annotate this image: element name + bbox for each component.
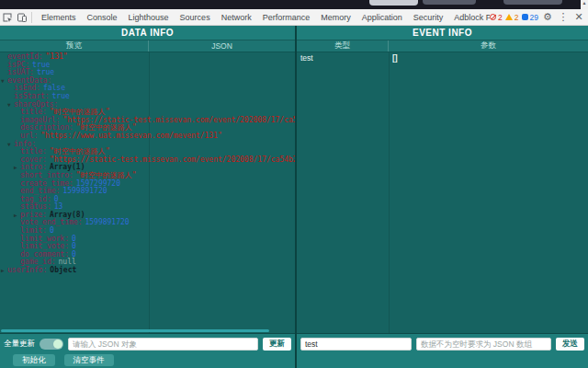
tree-key: userInfo xyxy=(7,266,50,274)
update-button[interactable]: 更新 xyxy=(263,338,291,351)
tree-row[interactable]: url"https://www.uat.missevan.com/mevent/… xyxy=(0,132,295,141)
data-info-panel: DATA INFO 预览 JSON eventId"131"isPCtrueis… xyxy=(0,26,297,368)
warning-badge[interactable]: 2 xyxy=(505,13,519,22)
tab-elements[interactable]: Elements xyxy=(36,9,82,26)
tab-label: Security xyxy=(413,13,444,22)
send-button[interactable]: 发送 xyxy=(556,338,584,351)
tree-row[interactable]: ▶userInfoObject xyxy=(0,267,295,275)
devtools-toolbar: ElementsConsoleLighthouseSourcesNetworkP… xyxy=(0,9,588,26)
toolbar-divider xyxy=(31,12,32,23)
devtools-window: ▲ ElementsConsoleLighthouseSourcesNetwor… xyxy=(0,0,588,368)
expand-arrow-icon[interactable]: ▶ xyxy=(14,212,20,220)
toolbar-right: 2 2 29 ⚙ ⋮ ✕ xyxy=(490,11,588,23)
column-json: JSON xyxy=(149,40,295,52)
collapse-arrow-icon[interactable]: ▼ xyxy=(1,77,7,86)
tree-value: true xyxy=(52,92,70,100)
expand-arrow-icon[interactable]: ▶ xyxy=(1,267,7,275)
event-list: test[] xyxy=(297,52,588,333)
tab-adblock-plus[interactable]: Adblock Plus xyxy=(448,9,490,26)
tab-label: Elements xyxy=(41,13,76,22)
toggle-knob xyxy=(53,339,62,349)
expand-arrow-icon[interactable]: ▶ xyxy=(14,164,20,172)
json-object-input[interactable] xyxy=(68,338,258,351)
tree-value: "https://www.uat.missevan.com/mevent/131… xyxy=(40,132,221,140)
error-icon xyxy=(490,14,496,20)
issues-badge[interactable]: 29 xyxy=(522,13,538,22)
column-params: 参数 xyxy=(389,40,588,52)
issues-icon xyxy=(522,14,528,20)
tree-value: true xyxy=(37,68,54,76)
event-type-input[interactable] xyxy=(300,338,412,351)
tab-label: Network xyxy=(221,13,252,22)
tab-label: Adblock Plus xyxy=(454,13,490,22)
tree-key: short_intro xyxy=(20,171,76,179)
page-element xyxy=(503,0,562,5)
tree-key: isStart xyxy=(14,92,52,100)
settings-gear-icon[interactable]: ⚙ xyxy=(541,11,554,23)
column-preview: 预览 xyxy=(0,40,149,52)
tab-sources[interactable]: Sources xyxy=(175,9,216,26)
tab-console[interactable]: Console xyxy=(82,9,123,26)
full-update-label: 全量更新 xyxy=(4,339,35,350)
issues-count: 29 xyxy=(530,13,538,22)
tab-label: Lighthouse xyxy=(129,13,169,22)
tree-value: 1599891720 xyxy=(62,187,107,195)
warning-count: 2 xyxy=(514,13,519,22)
error-count: 2 xyxy=(498,13,503,22)
tab-memory[interactable]: Memory xyxy=(315,9,356,26)
tab-lighthouse[interactable]: Lighthouse xyxy=(123,9,175,26)
collapse-arrow-icon[interactable]: ▼ xyxy=(7,101,14,109)
event-info-panel: EVENT INFO 类型 参数 test[] 发送 xyxy=(297,26,588,368)
tab-label: Performance xyxy=(263,13,311,22)
tree-value: 0 xyxy=(50,226,54,235)
error-badge[interactable]: 2 xyxy=(490,13,503,22)
tree-key: limit xyxy=(20,226,50,235)
event-params: [] xyxy=(389,53,588,63)
tree-key: title xyxy=(20,108,50,116)
kebab-menu-icon[interactable]: ⋮ xyxy=(557,11,570,23)
tab-application[interactable]: Application xyxy=(356,9,408,26)
full-update-toggle[interactable] xyxy=(40,339,63,350)
init-button[interactable]: 初始化 xyxy=(13,354,55,366)
data-info-footer: 全量更新 更新 初始化 清空事件 xyxy=(0,333,295,368)
data-info-column-headers: 预览 JSON xyxy=(0,40,295,52)
event-info-column-headers: 类型 参数 xyxy=(297,40,588,52)
event-params-input[interactable] xyxy=(416,338,551,351)
event-type: test xyxy=(297,53,389,63)
tree-key: limit_vote xyxy=(20,242,72,250)
tree-key: isUAT xyxy=(7,68,37,76)
device-toolbar-icon[interactable] xyxy=(15,10,29,25)
tab-label: Sources xyxy=(180,13,210,22)
tab-performance[interactable]: Performance xyxy=(257,9,316,26)
page-element xyxy=(369,0,418,6)
tab-security[interactable]: Security xyxy=(408,9,449,26)
page-element xyxy=(423,0,476,5)
inspect-element-icon[interactable] xyxy=(0,10,15,25)
close-icon[interactable]: ✕ xyxy=(572,11,585,23)
horizontal-scrollbar-thumb[interactable] xyxy=(1,329,269,332)
event-info-title: EVENT INFO xyxy=(297,26,588,40)
tab-label: Memory xyxy=(321,13,351,22)
clear-events-button[interactable]: 清空事件 xyxy=(64,354,114,366)
event-row[interactable]: test[] xyxy=(297,52,588,63)
warning-icon xyxy=(505,14,513,20)
page-behind-strip: ▲ xyxy=(0,0,588,9)
page-scrollbar-up[interactable]: ▲ xyxy=(581,0,588,9)
tab-label: Console xyxy=(87,13,118,22)
json-tree: eventId"131"isPCtrueisUATtrue▼eventDatai… xyxy=(0,52,295,333)
horizontal-scrollbar xyxy=(0,328,295,333)
devtools-tabs: ElementsConsoleLighthouseSourcesNetworkP… xyxy=(36,9,490,26)
event-info-footer: 发送 xyxy=(297,333,588,368)
tree-value: 1599891720 xyxy=(85,218,129,226)
tab-network[interactable]: Network xyxy=(216,9,257,26)
tree-key: url xyxy=(20,132,40,140)
tree-key: intro xyxy=(20,163,50,171)
tab-label: Application xyxy=(362,13,402,22)
tree-value: "https://static-test.missevan.com/event/… xyxy=(50,155,295,164)
missevan-panel: DATA INFO 预览 JSON eventId"131"isPCtrueis… xyxy=(0,26,588,368)
data-info-title: DATA INFO xyxy=(0,26,295,40)
tree-key: title xyxy=(20,147,50,155)
tree-value: Object xyxy=(50,266,76,274)
column-type: 类型 xyxy=(297,40,389,52)
collapse-arrow-icon[interactable]: ▼ xyxy=(7,141,14,149)
